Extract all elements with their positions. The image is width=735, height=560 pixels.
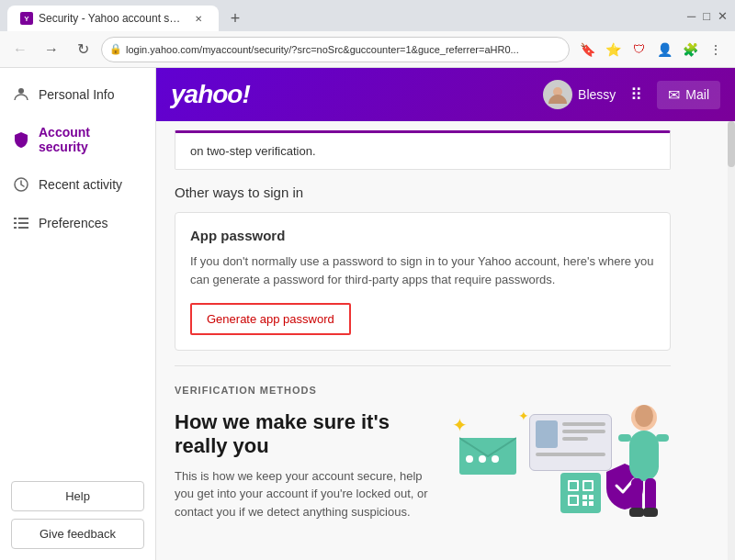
svg-point-24 [635, 405, 653, 427]
svg-rect-21 [582, 501, 587, 506]
main-area: yahoo! Blessy ⠿ ✉ Mail [156, 68, 735, 560]
verification-illustration: ✦ ✦ [450, 401, 671, 530]
active-tab[interactable]: Y Security - Yahoo account settings ✕ [7, 6, 219, 31]
page-content: Personal Info Account security [0, 68, 735, 560]
svg-rect-25 [629, 431, 659, 481]
other-ways-title: Other ways to sign in [175, 185, 303, 200]
tab-close-button[interactable]: ✕ [191, 11, 206, 26]
menu-icon[interactable]: ⋮ [704, 38, 728, 62]
profile-icon[interactable]: 👤 [652, 38, 676, 62]
verification-section: VERIFICATION METHODS How we make sure it… [175, 385, 671, 530]
verification-text: This is how we keep your account secure,… [175, 467, 441, 521]
address-bar-container: 🔒 login.yahoo.com/myaccount/security/?sr… [101, 37, 570, 62]
content-inner: on two-step verification. Other ways to … [156, 130, 707, 548]
close-window-button[interactable]: ✕ [718, 9, 728, 23]
qr-code-icon [560, 473, 601, 513]
scrollbar-track[interactable] [728, 121, 735, 560]
grid-icon[interactable]: ⠿ [630, 84, 642, 105]
address-bar[interactable]: login.yahoo.com/myaccount/security/?src=… [101, 37, 570, 62]
tab-title: Security - Yahoo account settings [39, 12, 186, 25]
svg-rect-20 [589, 495, 594, 499]
header-user[interactable]: Blessy [543, 80, 616, 109]
sidebar-label-personal-info: Personal Info [39, 87, 115, 102]
shield-icon [13, 131, 29, 148]
avatar [543, 80, 572, 109]
minimize-button[interactable]: ─ [687, 9, 695, 23]
sidebar-item-personal-info[interactable]: Personal Info [0, 75, 155, 114]
verification-headline: How we make sure it's really you [175, 410, 441, 458]
id-line-4 [536, 453, 605, 456]
envelope-icon [459, 429, 516, 478]
id-line-2 [562, 430, 605, 433]
svg-rect-26 [618, 434, 631, 442]
id-card [529, 414, 612, 471]
id-line-1 [562, 422, 605, 426]
section-divider [175, 365, 671, 366]
svg-rect-19 [582, 495, 587, 499]
sidebar-item-preferences[interactable]: Preferences [0, 204, 155, 242]
sidebar: Personal Info Account security [0, 68, 156, 560]
svg-rect-3 [18, 218, 28, 219]
top-scroll-hint: on two-step verification. [175, 130, 671, 170]
star-icon[interactable]: ⭐ [601, 38, 625, 62]
app-password-title: App password [190, 228, 655, 243]
back-button[interactable]: ← [7, 37, 33, 62]
svg-rect-7 [18, 227, 28, 229]
yahoo-logo: yahoo! [171, 80, 250, 109]
tab-favicon: Y [20, 12, 33, 25]
puzzle-icon[interactable]: 🧩 [678, 38, 702, 62]
svg-rect-14 [570, 482, 577, 489]
id-photo [536, 420, 558, 448]
feedback-button[interactable]: Give feedback [11, 519, 144, 549]
person-illustration [618, 401, 669, 524]
star-icon-2: ✦ [518, 409, 529, 423]
sidebar-item-recent-activity[interactable]: Recent activity [0, 165, 155, 204]
sidebar-item-account-security[interactable]: Account security [0, 114, 155, 165]
forward-button[interactable]: → [39, 37, 64, 62]
tab-bar: Y Security - Yahoo account settings ✕ + [7, 0, 248, 31]
generate-app-password-button[interactable]: Generate app password [190, 303, 351, 335]
lock-icon: 🔒 [109, 43, 122, 55]
verification-row: How we make sure it's really you This is… [175, 401, 671, 530]
user-name: Blessy [578, 87, 616, 102]
verification-text-area: How we make sure it's really you This is… [175, 410, 441, 521]
sidebar-label-recent-activity: Recent activity [39, 177, 122, 192]
section-header: Other ways to sign in [175, 185, 671, 201]
refresh-button[interactable]: ↻ [70, 37, 96, 62]
app-password-card: App password If you don't normally use a… [175, 212, 671, 351]
sidebar-label-preferences: Preferences [39, 216, 107, 230]
mail-button[interactable]: ✉ Mail [657, 81, 720, 109]
svg-rect-30 [629, 508, 644, 517]
maximize-button[interactable]: □ [703, 9, 710, 23]
scrollbar-thumb[interactable] [728, 121, 735, 167]
browser-titlebar: Y Security - Yahoo account settings ✕ + … [0, 0, 735, 31]
browser-frame: Y Security - Yahoo account settings ✕ + … [0, 0, 735, 560]
extension-icon[interactable]: 🛡 [627, 38, 650, 62]
svg-rect-29 [645, 478, 656, 511]
app-password-text: If you don't normally use a password to … [190, 252, 655, 288]
svg-rect-2 [14, 218, 17, 219]
new-tab-button[interactable]: + [222, 6, 248, 31]
toolbar-icons: 🔖 ⭐ 🛡 👤 🧩 ⋮ [575, 38, 728, 62]
help-button[interactable]: Help [11, 481, 144, 511]
svg-rect-28 [631, 478, 642, 511]
svg-point-10 [466, 455, 473, 463]
svg-point-12 [492, 455, 499, 463]
svg-rect-31 [643, 508, 658, 517]
person-icon [13, 86, 29, 103]
yahoo-header: yahoo! Blessy ⠿ ✉ Mail [156, 68, 735, 121]
sidebar-nav: Personal Info Account security [0, 75, 155, 470]
header-right: Blessy ⠿ ✉ Mail [543, 80, 720, 109]
svg-rect-18 [570, 497, 577, 504]
id-line-3 [562, 437, 588, 441]
svg-rect-0 [18, 88, 24, 94]
browser-toolbar: ← → ↻ 🔒 login.yahoo.com/myaccount/securi… [0, 31, 735, 68]
svg-rect-6 [14, 227, 17, 229]
sidebar-bottom: Help Give feedback [0, 470, 155, 560]
bookmark-icon[interactable]: 🔖 [575, 38, 599, 62]
svg-rect-27 [656, 434, 669, 442]
mail-icon: ✉ [668, 86, 680, 104]
list-icon [13, 215, 29, 231]
verification-label: VERIFICATION METHODS [175, 385, 671, 396]
svg-rect-16 [584, 482, 592, 489]
